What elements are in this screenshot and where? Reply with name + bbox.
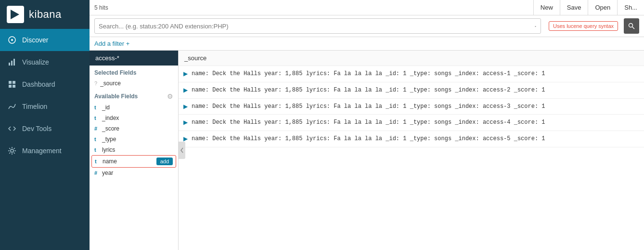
- main-content: 5 hits New Save Open Sh... · Uses lucene…: [90, 0, 644, 250]
- results-area: _source ▶ name: Deck the Halls year: 1,8…: [179, 51, 644, 250]
- fields-panel-wrapper: access-* Selected Fields ? _source Avail…: [90, 51, 179, 250]
- svg-rect-5: [11, 61, 13, 66]
- expand-arrow-icon[interactable]: ▶: [183, 70, 188, 77]
- search-bar: · Uses lucene query syntax: [90, 15, 644, 37]
- management-icon: [7, 145, 17, 156]
- index-pattern-label: access-*: [95, 54, 119, 62]
- index-pattern-bar: access-*: [90, 51, 178, 66]
- result-content: name: Deck the Halls year: 1,885 lyrics:…: [192, 70, 639, 78]
- table-row: ▶ name: Deck the Halls year: 1,885 lyric…: [179, 115, 644, 131]
- sidebar-item-visualize[interactable]: Visualize: [0, 51, 90, 73]
- kibana-logo-icon: [7, 6, 24, 23]
- field-item-score[interactable]: # _score: [90, 123, 178, 134]
- svg-rect-7: [9, 81, 12, 84]
- field-type-t: t: [95, 158, 100, 164]
- expand-arrow-icon[interactable]: ▶: [183, 87, 188, 93]
- header-buttons: New Save Open Sh...: [533, 0, 644, 15]
- sidebar-item-timelion[interactable]: Timelion: [0, 95, 90, 118]
- expand-arrow-icon[interactable]: ▶: [183, 103, 188, 110]
- toolbar: Add a filter +: [90, 37, 644, 51]
- sidebar: kibana Discover Visualize: [0, 0, 90, 250]
- field-name-source: _source: [100, 80, 173, 87]
- add-filter-button[interactable]: Add a filter +: [94, 40, 129, 47]
- save-button[interactable]: Save: [560, 0, 588, 15]
- field-type-hash: #: [94, 170, 99, 176]
- field-type-t: t: [94, 115, 99, 121]
- search-field-container: ·: [94, 18, 541, 34]
- svg-point-12: [629, 24, 633, 27]
- sidebar-item-dashboard[interactable]: Dashboard: [0, 73, 90, 95]
- discover-icon: [7, 35, 17, 45]
- field-type-t: t: [94, 136, 99, 142]
- table-row: ▶ name: Deck the Halls year: 1,885 lyric…: [179, 66, 644, 82]
- table-row: ▶ name: Deck the Halls year: 1,885 lyric…: [179, 99, 644, 115]
- field-name-lyrics: lyrics: [102, 146, 173, 153]
- field-item-id[interactable]: t _id: [90, 102, 178, 113]
- available-fields-title: Available Fields: [94, 93, 138, 100]
- result-content: name: Deck the Halls year: 1,885 lyrics:…: [192, 135, 639, 143]
- sidebar-item-timelion-label: Timelion: [22, 103, 47, 110]
- kibana-logo-text: kibana: [29, 8, 62, 21]
- panel-collapse-tab[interactable]: [179, 142, 185, 159]
- svg-point-11: [11, 149, 13, 152]
- available-fields-gear-icon[interactable]: ⚙: [167, 92, 173, 100]
- field-name-year: year: [102, 170, 173, 176]
- open-button[interactable]: Open: [588, 0, 617, 15]
- result-content: name: Deck the Halls year: 1,885 lyrics:…: [192, 103, 639, 111]
- sidebar-nav: Discover Visualize Dashboar: [0, 29, 90, 250]
- sidebar-item-management[interactable]: Management: [0, 140, 90, 162]
- expand-arrow-icon[interactable]: ▶: [183, 119, 188, 126]
- svg-rect-10: [13, 85, 15, 88]
- field-item-year[interactable]: # year: [90, 168, 178, 178]
- hits-count: 5 hits: [90, 4, 113, 11]
- lucene-syntax-badge[interactable]: Uses lucene query syntax: [549, 21, 618, 31]
- field-name-id: _id: [102, 104, 173, 111]
- dashboard-icon: [7, 79, 17, 90]
- fields-panel: access-* Selected Fields ? _source Avail…: [90, 51, 179, 250]
- selected-fields-title: Selected Fields: [90, 66, 178, 78]
- field-item-lyrics[interactable]: t lyrics: [90, 145, 178, 155]
- visualize-icon: [7, 57, 17, 67]
- sidebar-item-discover-label: Discover: [22, 36, 48, 44]
- table-row: ▶ name: Deck the Halls year: 1,885 lyric…: [179, 82, 644, 99]
- available-fields-header: Available Fields ⚙: [90, 89, 178, 102]
- result-content: name: Deck the Halls year: 1,885 lyrics:…: [192, 118, 639, 127]
- svg-point-3: [11, 39, 13, 41]
- svg-rect-8: [13, 81, 15, 84]
- svg-rect-6: [13, 59, 15, 66]
- result-content: name: Deck the Halls year: 1,885 lyrics:…: [192, 86, 639, 94]
- field-type-t: t: [94, 105, 99, 110]
- devtools-icon: [7, 123, 17, 134]
- sidebar-item-discover[interactable]: Discover: [0, 29, 90, 51]
- table-row: ▶ name: Deck the Halls year: 1,885 lyric…: [179, 131, 644, 147]
- share-button[interactable]: Sh...: [617, 0, 644, 15]
- field-type-question: ?: [94, 80, 97, 86]
- field-name-name: name: [103, 158, 155, 165]
- results-header: _source: [179, 51, 644, 66]
- timelion-icon: [7, 101, 17, 112]
- search-input[interactable]: [99, 23, 532, 30]
- svg-line-13: [632, 27, 635, 29]
- content-area: access-* Selected Fields ? _source Avail…: [90, 51, 644, 250]
- svg-rect-4: [9, 63, 10, 66]
- field-name-score: _score: [102, 125, 173, 132]
- search-separator: ·: [534, 21, 537, 31]
- sidebar-item-devtools[interactable]: Dev Tools: [0, 118, 90, 140]
- sidebar-item-devtools-label: Dev Tools: [22, 125, 52, 132]
- selected-field-source[interactable]: ? _source: [90, 78, 178, 89]
- search-submit-button[interactable]: [624, 18, 639, 34]
- svg-rect-9: [9, 85, 12, 88]
- field-item-index[interactable]: t _index: [90, 113, 178, 123]
- page-header: 5 hits New Save Open Sh...: [90, 0, 644, 15]
- field-item-type[interactable]: t _type: [90, 134, 178, 145]
- sidebar-item-dashboard-label: Dashboard: [22, 80, 55, 88]
- field-name-type: _type: [102, 136, 173, 143]
- field-type-hash: #: [94, 126, 99, 132]
- field-name-index: _index: [102, 115, 173, 121]
- new-button[interactable]: New: [533, 0, 560, 15]
- field-type-t: t: [94, 147, 99, 153]
- sidebar-item-management-label: Management: [22, 147, 62, 155]
- sidebar-item-visualize-label: Visualize: [22, 58, 49, 66]
- add-field-button[interactable]: add: [156, 158, 173, 165]
- field-item-name[interactable]: t name add: [91, 155, 176, 168]
